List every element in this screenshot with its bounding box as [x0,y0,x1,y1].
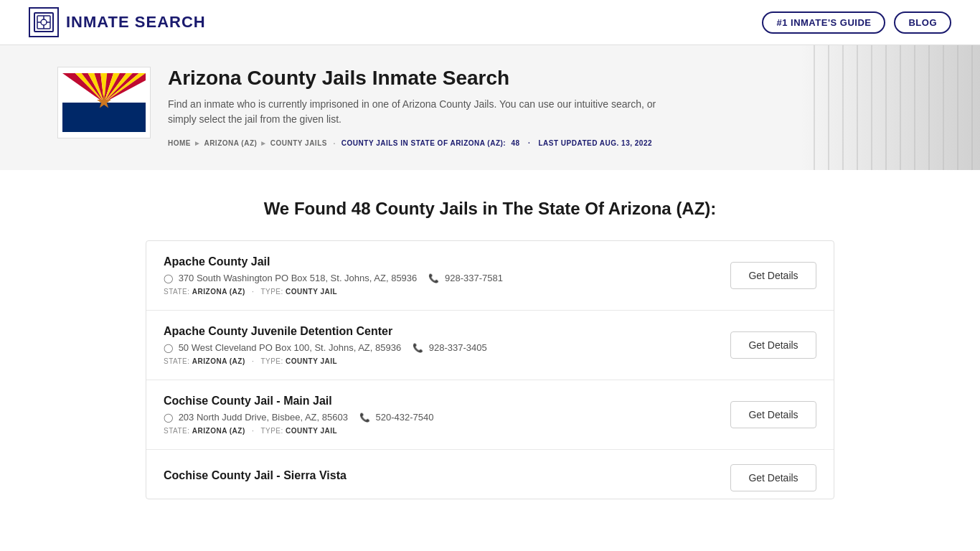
svg-point-2 [41,19,47,25]
location-icon-3: ◯ [164,413,173,423]
get-details-button-1[interactable]: Get Details [730,262,816,289]
jail-meta-3: STATE: ARIZONA (AZ) · TYPE: COUNTY JAIL [164,427,716,435]
jail-phone-2: 928-337-3405 [429,342,487,353]
jail-name-1: Apache County Jail [164,255,716,268]
jail-item: Cochise County Jail - Main Jail ◯ 203 No… [146,380,834,450]
site-header: INMATE SEARCH #1 INMATE'S GUIDE BLOG [0,0,980,45]
jail-meta-1: STATE: ARIZONA (AZ) · TYPE: COUNTY JAIL [164,288,716,296]
jail-state-1: ARIZONA (AZ) [192,288,245,296]
main-content: We Found 48 County Jails in The State Of… [131,170,849,528]
site-logo[interactable]: INMATE SEARCH [29,7,206,37]
breadcrumb-info: COUNTY JAILS IN STATE OF ARIZONA (AZ): 4… [341,139,652,147]
jail-meta-2: STATE: ARIZONA (AZ) · TYPE: COUNTY JAIL [164,357,716,365]
phone-icon-1: 📞 [428,273,439,283]
jail-address-line-1: ◯ 370 South Washington PO Box 518, St. J… [164,273,716,283]
meta-count-label: COUNTY JAILS IN STATE OF ARIZONA (AZ): [341,139,506,147]
jail-name-2: Apache County Juvenile Detention Center [164,325,716,338]
logo-icon [29,7,59,37]
get-details-button-3[interactable]: Get Details [730,401,816,428]
breadcrumb-divider: · [333,137,336,149]
phone-icon-3: 📞 [359,413,370,423]
hero-description: Find an inmate who is currently imprison… [168,97,670,127]
get-details-button-4[interactable]: Get Details [730,464,816,491]
jail-item: Apache County Jail ◯ 370 South Washingto… [146,241,834,311]
hero-section: Arizona County Jails Inmate Search Find … [0,45,980,170]
jail-address-1: 370 South Washington PO Box 518, St. Joh… [179,273,418,283]
phone-icon-2: 📞 [413,343,423,353]
jail-info-3: Cochise County Jail - Main Jail ◯ 203 No… [164,395,716,435]
breadcrumb-page[interactable]: COUNTY JAILS [270,139,327,147]
logo-text: INMATE SEARCH [66,13,206,32]
breadcrumb-arrow-1: ► [194,139,201,147]
blog-button[interactable]: BLOG [894,11,951,34]
jail-info-2: Apache County Juvenile Detention Center … [164,325,716,365]
breadcrumb-arrow-2: ► [260,139,267,147]
jail-address-2: 50 West Cleveland PO Box 100, St. Johns,… [179,342,402,353]
hero-title: Arizona County Jails Inmate Search [168,67,670,90]
hero-content: Arizona County Jails Inmate Search Find … [168,67,670,149]
jail-phone-3: 520-432-7540 [376,412,434,423]
jail-type-3: COUNTY JAIL [286,427,337,435]
meta-count: 48 [511,139,519,147]
get-details-button-2[interactable]: Get Details [730,331,816,359]
breadcrumb-state[interactable]: ARIZONA (AZ) [204,139,257,147]
jail-type-2: COUNTY JAIL [286,357,337,365]
svg-rect-7 [62,103,146,132]
jail-info-1: Apache County Jail ◯ 370 South Washingto… [164,255,716,296]
jail-item: Apache County Juvenile Detention Center … [146,311,834,380]
breadcrumb-home[interactable]: HOME [168,139,191,147]
jail-state-2: ARIZONA (AZ) [192,357,245,365]
jail-info-4: Cochise County Jail - Sierra Vista [164,469,716,486]
location-icon-1: ◯ [164,273,173,283]
main-nav: #1 INMATE'S GUIDE BLOG [762,11,951,34]
location-icon-2: ◯ [164,343,173,353]
jail-list: Apache County Jail ◯ 370 South Washingto… [146,240,834,499]
jail-address-line-3: ◯ 203 North Judd Drive, Bisbee, AZ, 8560… [164,412,716,423]
state-flag-container [57,67,151,138]
jail-phone-1: 928-337-7581 [445,273,503,283]
meta-divider: · [528,139,530,147]
jail-type-1: COUNTY JAIL [286,288,337,296]
jail-address-3: 203 North Judd Drive, Bisbee, AZ, 85603 [179,412,348,423]
jail-address-line-2: ◯ 50 West Cleveland PO Box 100, St. John… [164,342,716,353]
jail-name-3: Cochise County Jail - Main Jail [164,395,716,408]
hero-background-image [801,45,980,170]
jail-name-4: Cochise County Jail - Sierra Vista [164,469,716,482]
section-title: We Found 48 County Jails in The State Of… [146,199,834,219]
meta-updated: LAST UPDATED AUG. 13, 2022 [538,139,652,147]
breadcrumb: HOME ► ARIZONA (AZ) ► COUNTY JAILS [168,139,327,147]
az-flag [62,73,146,132]
jail-item: Cochise County Jail - Sierra Vista Get D… [146,450,834,499]
jail-state-3: ARIZONA (AZ) [192,427,245,435]
inmates-guide-button[interactable]: #1 INMATE'S GUIDE [762,11,885,34]
